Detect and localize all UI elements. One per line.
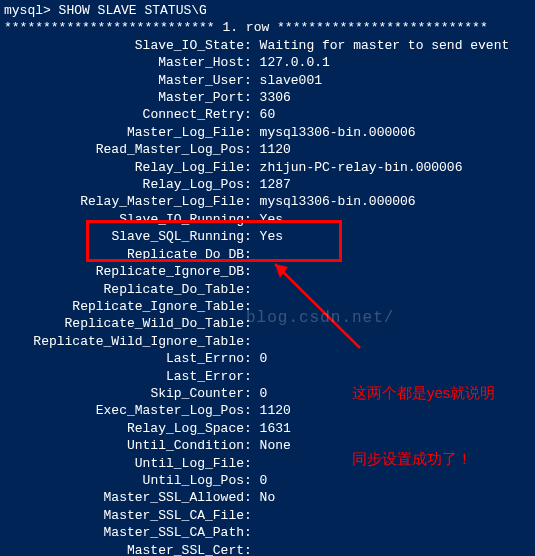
status-row: Connect_Retry: 60	[4, 106, 531, 123]
separator: :	[244, 524, 260, 541]
separator: :	[244, 37, 260, 54]
separator: :	[244, 281, 260, 298]
separator: :	[244, 141, 260, 158]
status-row: Slave_IO_State: Waiting for master to se…	[4, 37, 531, 54]
status-row: Replicate_Ignore_Table:	[4, 298, 531, 315]
separator: :	[244, 333, 260, 350]
status-key: Master_SSL_Cert	[4, 542, 244, 556]
status-row: Master_User: slave001	[4, 72, 531, 89]
separator: :	[244, 159, 260, 176]
status-value: 0	[260, 350, 268, 367]
separator: :	[244, 315, 260, 332]
status-key: Read_Master_Log_Pos	[4, 141, 244, 158]
status-value: 3306	[260, 89, 291, 106]
status-key: Master_SSL_CA_Path	[4, 524, 244, 541]
status-value: No	[260, 489, 276, 506]
status-key: Last_Errno	[4, 350, 244, 367]
status-value: 1631	[260, 420, 291, 437]
separator: :	[244, 472, 260, 489]
separator: :	[244, 455, 260, 472]
separator: :	[244, 298, 260, 315]
status-key: Skip_Counter	[4, 385, 244, 402]
mysql-prompt-line: mysql> SHOW SLAVE STATUS\G	[4, 2, 531, 19]
status-key: Replicate_Wild_Ignore_Table	[4, 333, 244, 350]
separator: :	[244, 193, 260, 210]
status-value: Yes	[260, 228, 283, 245]
status-row: Replicate_Do_Table:	[4, 281, 531, 298]
status-key: Relay_Log_File	[4, 159, 244, 176]
separator: :	[244, 89, 260, 106]
status-value: None	[260, 437, 291, 454]
status-row: Replicate_Wild_Do_Table:	[4, 315, 531, 332]
status-value: 0	[260, 472, 268, 489]
status-value: slave001	[260, 72, 322, 89]
status-key: Master_Host	[4, 54, 244, 71]
status-key: Replicate_Wild_Do_Table	[4, 315, 244, 332]
status-key: Master_Port	[4, 89, 244, 106]
status-value: Yes	[260, 211, 283, 228]
status-row: Master_SSL_Cert:	[4, 542, 531, 556]
separator: :	[244, 106, 260, 123]
status-key: Replicate_Do_Table	[4, 281, 244, 298]
separator: :	[244, 72, 260, 89]
status-key: Until_Log_Pos	[4, 472, 244, 489]
annotation-line1: 这两个都是yes就说明	[352, 382, 495, 404]
status-row: Master_Port: 3306	[4, 89, 531, 106]
separator: :	[244, 542, 260, 556]
status-value: 1287	[260, 176, 291, 193]
status-key: Until_Log_File	[4, 455, 244, 472]
status-row: Relay_Master_Log_File: mysql3306-bin.000…	[4, 193, 531, 210]
separator: :	[244, 420, 260, 437]
separator: :	[244, 228, 260, 245]
separator: :	[244, 385, 260, 402]
status-key: Exec_Master_Log_Pos	[4, 402, 244, 419]
separator: :	[244, 507, 260, 524]
status-row: Master_Host: 127.0.0.1	[4, 54, 531, 71]
status-row: Slave_IO_Running: Yes	[4, 211, 531, 228]
status-key: Replicate_Ignore_DB	[4, 263, 244, 280]
status-row: Relay_Log_File: zhijun-PC-relay-bin.0000…	[4, 159, 531, 176]
status-key: Master_Log_File	[4, 124, 244, 141]
separator: :	[244, 402, 260, 419]
status-key: Relay_Log_Space	[4, 420, 244, 437]
status-row: Master_SSL_CA_Path:	[4, 524, 531, 541]
separator: :	[244, 350, 260, 367]
separator: :	[244, 368, 260, 385]
status-key: Master_User	[4, 72, 244, 89]
status-value: 1120	[260, 402, 291, 419]
status-value: 127.0.0.1	[260, 54, 330, 71]
status-row: Read_Master_Log_Pos: 1120	[4, 141, 531, 158]
separator: :	[244, 437, 260, 454]
status-key: Master_SSL_CA_File	[4, 507, 244, 524]
status-row: Master_Log_File: mysql3306-bin.000006	[4, 124, 531, 141]
status-key: Replicate_Do_DB	[4, 246, 244, 263]
status-row: Replicate_Do_DB:	[4, 246, 531, 263]
status-key: Relay_Master_Log_File	[4, 193, 244, 210]
status-key: Replicate_Ignore_Table	[4, 298, 244, 315]
status-key: Last_Error	[4, 368, 244, 385]
separator: :	[244, 263, 260, 280]
row-header: *************************** 1. row *****…	[4, 19, 531, 36]
status-key: Master_SSL_Allowed	[4, 489, 244, 506]
separator: :	[244, 54, 260, 71]
status-key: Slave_IO_Running	[4, 211, 244, 228]
separator: :	[244, 246, 260, 263]
status-value: 60	[260, 106, 276, 123]
status-value: mysql3306-bin.000006	[260, 193, 416, 210]
status-key: Connect_Retry	[4, 106, 244, 123]
status-value: Waiting for master to send event	[260, 37, 510, 54]
separator: :	[244, 124, 260, 141]
status-row: Master_SSL_CA_File:	[4, 507, 531, 524]
status-row: Relay_Log_Pos: 1287	[4, 176, 531, 193]
status-value: 1120	[260, 141, 291, 158]
status-value: 0	[260, 385, 268, 402]
separator: :	[244, 211, 260, 228]
separator: :	[244, 176, 260, 193]
status-row: Slave_SQL_Running: Yes	[4, 228, 531, 245]
status-key: Until_Condition	[4, 437, 244, 454]
annotation-text: 这两个都是yes就说明 同步设置成功了！	[352, 338, 495, 492]
status-key: Slave_IO_State	[4, 37, 244, 54]
status-value: mysql3306-bin.000006	[260, 124, 416, 141]
status-value: zhijun-PC-relay-bin.000006	[260, 159, 463, 176]
status-row: Replicate_Ignore_DB:	[4, 263, 531, 280]
